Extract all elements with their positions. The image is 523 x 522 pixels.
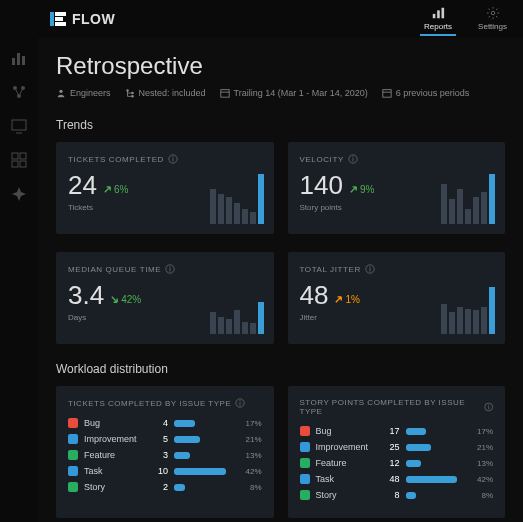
svg-point-45 [488, 404, 489, 405]
svg-point-19 [491, 11, 495, 15]
dist-bar [174, 452, 190, 459]
card-delta: 1% [334, 294, 359, 305]
dist-value: 25 [384, 442, 400, 452]
card-title: TOTAL JITTER [300, 264, 494, 274]
sidebar [0, 0, 38, 522]
card-value: 140 [300, 170, 343, 201]
dist-value: 5 [152, 434, 168, 444]
monitor-icon[interactable] [11, 118, 27, 134]
dist-pct: 42% [245, 467, 261, 476]
dist-label: Task [84, 466, 146, 476]
dist-row: Bug 17 17% [300, 426, 494, 436]
svg-rect-11 [20, 161, 26, 167]
svg-point-36 [170, 266, 171, 267]
sparkline [441, 284, 495, 334]
dist-bar [174, 484, 185, 491]
dist-title: STORY POINTS COMPLETED BY ISSUE TYPE [300, 398, 494, 416]
svg-rect-10 [12, 161, 18, 167]
card-title: VELOCITY [300, 154, 494, 164]
svg-rect-2 [22, 56, 25, 65]
dist-card: STORY POINTS COMPLETED BY ISSUE TYPE Bug… [288, 386, 506, 518]
svg-rect-12 [50, 12, 54, 26]
dist-pct: 8% [481, 491, 493, 500]
dist-bar [406, 428, 427, 435]
dist-value: 2 [152, 482, 168, 492]
color-swatch [300, 474, 310, 484]
topbar: FLOW Reports Settings [38, 0, 523, 38]
svg-point-20 [59, 90, 62, 93]
dist-label: Improvement [84, 434, 146, 444]
dist-row: Improvement 5 21% [68, 434, 262, 444]
svg-rect-24 [220, 90, 228, 98]
dist-bar [406, 476, 458, 483]
dist-pct: 21% [477, 443, 493, 452]
color-swatch [68, 466, 78, 476]
dist-value: 8 [384, 490, 400, 500]
dist-pct: 13% [477, 459, 493, 468]
svg-rect-1 [17, 53, 20, 65]
trend-card[interactable]: TICKETS COMPLETED 24 6% Tickets [56, 142, 274, 234]
grid-icon[interactable] [11, 152, 27, 168]
dist-row: Task 10 42% [68, 466, 262, 476]
color-swatch [68, 434, 78, 444]
filter-compare[interactable]: 6 previous periods [382, 88, 470, 98]
brand-text: FLOW [72, 11, 115, 27]
filter-period[interactable]: Trailing 14 (Mar 1 - Mar 14, 2020) [220, 88, 368, 98]
dist-label: Story [316, 490, 378, 500]
svg-rect-8 [12, 153, 18, 159]
svg-rect-13 [55, 12, 66, 16]
trend-card[interactable]: TOTAL JITTER 48 1% Jitter [288, 252, 506, 344]
dist-row: Improvement 25 21% [300, 442, 494, 452]
filter-team[interactable]: Engineers [56, 88, 111, 98]
calendar-icon [382, 88, 392, 98]
card-value: 24 [68, 170, 97, 201]
sparkline [441, 174, 495, 224]
color-swatch [300, 458, 310, 468]
svg-rect-16 [433, 13, 436, 17]
filter-nested[interactable]: Nested: included [125, 88, 206, 98]
card-delta: 6% [103, 184, 128, 195]
dist-value: 4 [152, 418, 168, 428]
trend-card[interactable]: VELOCITY 140 9% Story points [288, 142, 506, 234]
svg-rect-14 [55, 17, 63, 21]
dist-label: Story [84, 482, 146, 492]
dist-label: Feature [84, 450, 146, 460]
dist-label: Task [316, 474, 378, 484]
dist-value: 48 [384, 474, 400, 484]
dist-bar [406, 460, 422, 467]
color-swatch [68, 450, 78, 460]
nodes-icon[interactable] [11, 84, 27, 100]
svg-rect-9 [20, 153, 26, 159]
dist-row: Feature 3 13% [68, 450, 262, 460]
svg-rect-6 [12, 120, 26, 130]
bar-chart-icon[interactable] [11, 50, 27, 66]
svg-point-33 [352, 156, 353, 157]
svg-rect-17 [437, 10, 440, 18]
calendar-icon [220, 88, 230, 98]
dist-value: 17 [384, 426, 400, 436]
color-swatch [300, 442, 310, 452]
color-swatch [68, 482, 78, 492]
dist-value: 12 [384, 458, 400, 468]
dist-value: 3 [152, 450, 168, 460]
page-title: Retrospective [56, 52, 505, 80]
dist-bar [174, 420, 195, 427]
sparkline [210, 174, 264, 224]
dist-pct: 8% [250, 483, 262, 492]
nav-settings[interactable]: Settings [474, 3, 511, 36]
dist-pct: 42% [477, 475, 493, 484]
nav-reports[interactable]: Reports [420, 3, 456, 36]
dist-title: TICKETS COMPLETED BY ISSUE TYPE [68, 398, 262, 408]
trend-card[interactable]: MEDIAN QUEUE TIME 3.4 42% Days [56, 252, 274, 344]
user-icon [56, 88, 66, 98]
dist-row: Feature 12 13% [300, 458, 494, 468]
gear-icon [486, 6, 500, 20]
logo[interactable]: FLOW [50, 11, 115, 27]
dist-pct: 17% [477, 427, 493, 436]
sparkle-icon[interactable] [11, 186, 27, 202]
card-value: 48 [300, 280, 329, 311]
card-delta: 9% [349, 184, 374, 195]
section-workload: Workload distribution [56, 362, 505, 376]
dist-label: Improvement [316, 442, 378, 452]
svg-point-39 [369, 266, 370, 267]
